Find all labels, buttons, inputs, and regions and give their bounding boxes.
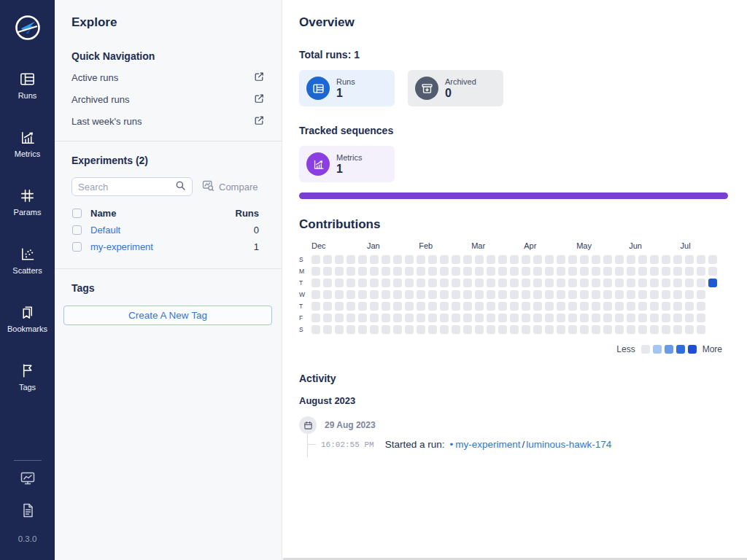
contribution-cell[interactable] xyxy=(697,314,705,322)
contribution-cell[interactable] xyxy=(673,279,682,287)
contribution-cell[interactable] xyxy=(697,302,705,311)
contribution-cell[interactable] xyxy=(440,302,449,311)
contribution-cell[interactable] xyxy=(311,279,320,287)
contribution-cell[interactable] xyxy=(685,302,694,311)
contribution-cell[interactable] xyxy=(708,267,717,276)
contribution-cell[interactable] xyxy=(510,302,519,311)
contribution-cell[interactable] xyxy=(393,255,402,264)
contribution-cell[interactable] xyxy=(370,314,379,322)
contribution-cell[interactable] xyxy=(557,290,565,299)
contribution-cell[interactable] xyxy=(510,314,519,322)
contribution-cell[interactable] xyxy=(592,279,600,287)
contribution-cell[interactable] xyxy=(592,325,600,334)
contribution-cell[interactable] xyxy=(370,279,379,287)
contribution-cell[interactable] xyxy=(627,255,635,264)
contribution-cell[interactable] xyxy=(452,325,460,334)
contribution-cell[interactable] xyxy=(580,314,589,322)
contribution-cell[interactable] xyxy=(545,279,554,287)
contribution-cell[interactable] xyxy=(697,290,705,299)
contribution-cell[interactable] xyxy=(638,255,647,264)
contribution-cell[interactable] xyxy=(463,290,472,299)
row-checkbox[interactable] xyxy=(72,242,82,252)
contribution-cell[interactable] xyxy=(417,290,425,299)
contribution-cell[interactable] xyxy=(323,314,332,322)
contribution-cell[interactable] xyxy=(545,325,554,334)
contribution-cell[interactable] xyxy=(557,325,565,334)
contribution-cell[interactable] xyxy=(417,314,425,322)
contribution-cell[interactable] xyxy=(557,302,565,311)
contribution-cell[interactable] xyxy=(673,314,682,322)
contribution-cell[interactable] xyxy=(580,267,589,276)
contribution-cell[interactable] xyxy=(685,279,694,287)
quick-nav-active-runs[interactable]: Active runs xyxy=(71,71,264,84)
contribution-cell[interactable] xyxy=(510,290,519,299)
contribution-cell[interactable] xyxy=(533,325,542,334)
contribution-cell[interactable] xyxy=(627,290,635,299)
contribution-cell-active[interactable] xyxy=(708,279,717,287)
contribution-cell[interactable] xyxy=(440,279,449,287)
contribution-cell[interactable] xyxy=(568,267,577,276)
contribution-cell[interactable] xyxy=(545,314,554,322)
contribution-cell[interactable] xyxy=(463,302,472,311)
contribution-cell[interactable] xyxy=(405,325,414,334)
contribution-cell[interactable] xyxy=(323,267,332,276)
contribution-cell[interactable] xyxy=(475,314,484,322)
contribution-cell[interactable] xyxy=(335,290,344,299)
contribution-cell[interactable] xyxy=(393,302,402,311)
contribution-cell[interactable] xyxy=(358,302,367,311)
contribution-cell[interactable] xyxy=(697,279,705,287)
contribution-cell[interactable] xyxy=(533,302,542,311)
contribution-cell[interactable] xyxy=(382,290,390,299)
contribution-cell[interactable] xyxy=(358,255,367,264)
contribution-cell[interactable] xyxy=(323,255,332,264)
quick-nav-archived-runs[interactable]: Archived runs xyxy=(71,93,264,106)
contribution-cell[interactable] xyxy=(417,302,425,311)
contribution-cell[interactable] xyxy=(358,314,367,322)
contribution-cell[interactable] xyxy=(335,314,344,322)
contribution-cell[interactable] xyxy=(662,290,670,299)
contribution-cell[interactable] xyxy=(615,279,624,287)
contribution-cell[interactable] xyxy=(358,279,367,287)
contribution-cell[interactable] xyxy=(475,290,484,299)
contribution-cell[interactable] xyxy=(592,255,600,264)
contribution-cell[interactable] xyxy=(405,267,414,276)
contribution-cell[interactable] xyxy=(650,314,659,322)
contribution-cell[interactable] xyxy=(522,255,530,264)
contribution-cell[interactable] xyxy=(440,267,449,276)
contribution-cell[interactable] xyxy=(522,290,530,299)
contribution-cell[interactable] xyxy=(685,314,694,322)
contribution-cell[interactable] xyxy=(347,267,355,276)
contribution-cell[interactable] xyxy=(638,279,647,287)
contribution-cell[interactable] xyxy=(463,314,472,322)
contribution-cell[interactable] xyxy=(603,325,612,334)
contribution-cell[interactable] xyxy=(487,290,495,299)
sidebar-item-params[interactable]: Params xyxy=(0,187,55,217)
contribution-cell[interactable] xyxy=(428,325,437,334)
contribution-cell[interactable] xyxy=(650,302,659,311)
contribution-cell[interactable] xyxy=(592,314,600,322)
sidebar-item-scatters[interactable]: Scatters xyxy=(0,246,55,275)
contribution-cell[interactable] xyxy=(580,255,589,264)
contribution-cell[interactable] xyxy=(463,279,472,287)
contribution-cell[interactable] xyxy=(545,290,554,299)
live-dashboard-icon[interactable] xyxy=(0,470,55,490)
contribution-cell[interactable] xyxy=(603,302,612,311)
contribution-cell[interactable] xyxy=(487,325,495,334)
contribution-cell[interactable] xyxy=(498,302,507,311)
contribution-cell[interactable] xyxy=(393,325,402,334)
contribution-cell[interactable] xyxy=(405,302,414,311)
contribution-cell[interactable] xyxy=(323,302,332,311)
runs-stat-card[interactable]: Runs 1 xyxy=(299,70,395,106)
contribution-cell[interactable] xyxy=(370,325,379,334)
quick-nav-last-week-runs[interactable]: Last week's runs xyxy=(71,115,264,128)
contribution-cell[interactable] xyxy=(697,325,705,334)
contribution-cell[interactable] xyxy=(522,314,530,322)
contribution-cell[interactable] xyxy=(452,290,460,299)
contribution-cell[interactable] xyxy=(685,290,694,299)
event-run-link[interactable]: luminous-hawk-174 xyxy=(526,439,611,450)
docs-icon[interactable] xyxy=(0,502,55,522)
contribution-cell[interactable] xyxy=(638,302,647,311)
contribution-cell[interactable] xyxy=(335,325,344,334)
contribution-cell[interactable] xyxy=(452,267,460,276)
contribution-cell[interactable] xyxy=(510,267,519,276)
